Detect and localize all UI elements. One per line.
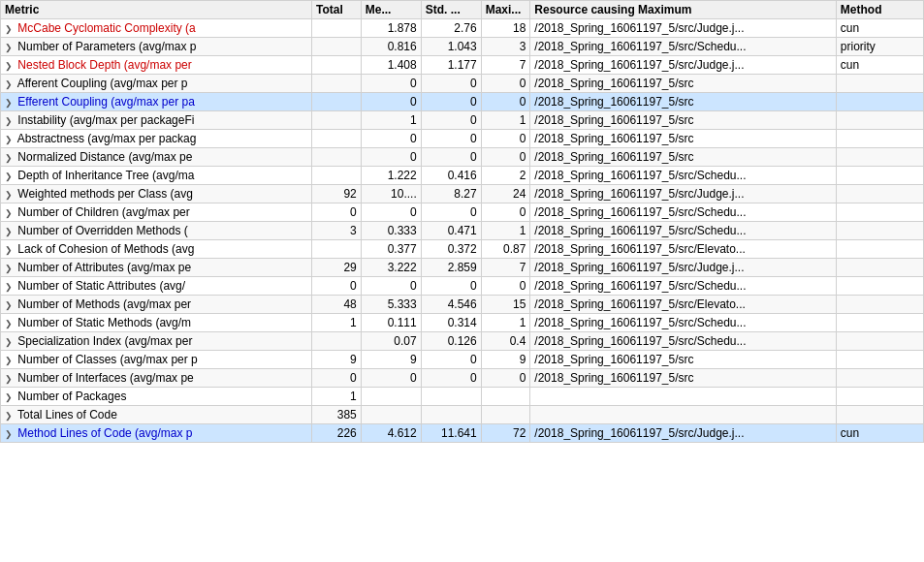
cell-method [836,406,923,424]
cell-metric: ❯ Lack of Cohesion of Methods (avg [1,240,312,259]
cell-std: 0 [421,130,481,148]
chevron-icon: ❯ [5,79,15,89]
col-header-max[interactable]: Maxi... [481,1,530,19]
table-row[interactable]: ❯ Number of Children (avg/max per0000/20… [1,203,924,222]
cell-total: 1 [312,314,362,332]
col-header-std[interactable]: Std. ... [421,1,481,19]
cell-method [836,130,923,148]
table-row[interactable]: ❯ Efferent Coupling (avg/max per pa000/2… [1,93,924,111]
col-header-metric[interactable]: Metric [1,1,312,19]
chevron-icon: ❯ [5,135,15,144]
table-row[interactable]: ❯ Number of Overridden Methods (30.3330.… [1,222,924,240]
cell-total: 226 [312,424,362,443]
col-header-resource[interactable]: Resource causing Maximum [530,1,836,19]
table-row[interactable]: ❯ Total Lines of Code385 [1,406,924,424]
cell-std: 8.27 [421,185,481,203]
table-row[interactable]: ❯ Number of Attributes (avg/max pe293.22… [1,259,924,277]
table-row[interactable]: ❯ Number of Static Attributes (avg/0000/… [1,277,924,296]
chevron-icon: ❯ [5,429,15,439]
table-row[interactable]: ❯ Number of Parameters (avg/max p0.8161.… [1,38,924,56]
chevron-icon: ❯ [5,208,15,218]
table-row[interactable]: ❯ Abstractness (avg/max per packag000/20… [1,130,924,148]
cell-method: cun [836,19,923,38]
cell-total: 0 [312,369,362,388]
chevron-icon: ❯ [5,153,15,163]
cell-resource: /2018_Spring_16061197_5/src/Schedu... [530,167,836,185]
table-row[interactable]: ❯ McCabe Cyclomatic Complexity (a1.8782.… [1,19,924,38]
cell-std: 1.043 [421,38,481,56]
table-row[interactable]: ❯ Method Lines of Code (avg/max p2264.61… [1,424,924,443]
cell-resource: /2018_Spring_16061197_5/src [530,369,836,388]
cell-std: 0 [421,75,481,93]
cell-mean: 1.878 [361,19,421,38]
table-row[interactable]: ❯ Instability (avg/max per packageFi101/… [1,111,924,130]
cell-resource: /2018_Spring_16061197_5/src [530,148,836,167]
metrics-table: Metric Total Me... Std. ... Maxi... Reso… [0,0,924,443]
cell-std: 2.76 [421,19,481,38]
cell-method [836,296,923,314]
table-row[interactable]: ❯ Number of Packages1 [1,388,924,406]
cell-std: 0 [421,148,481,167]
table-row[interactable]: ❯ Number of Classes (avg/max per p9909/2… [1,351,924,369]
cell-metric: ❯ Nested Block Depth (avg/max per [1,56,312,75]
cell-metric: ❯ Weighted methods per Class (avg [1,185,312,203]
cell-method [836,111,923,130]
cell-max: 7 [481,259,530,277]
col-header-total[interactable]: Total [312,1,362,19]
table-row[interactable]: ❯ Normalized Distance (avg/max pe000/201… [1,148,924,167]
table-row[interactable]: ❯ Number of Interfaces (avg/max pe0000/2… [1,369,924,388]
cell-metric: ❯ Specialization Index (avg/max per [1,332,312,351]
cell-mean: 0 [361,203,421,222]
table-row[interactable]: ❯ Specialization Index (avg/max per0.070… [1,332,924,351]
cell-mean: 0 [361,130,421,148]
col-header-mean[interactable]: Me... [361,1,421,19]
cell-total: 3 [312,222,362,240]
cell-max: 15 [481,296,530,314]
table-row[interactable]: ❯ Lack of Cohesion of Methods (avg0.3770… [1,240,924,259]
cell-method [836,351,923,369]
chevron-icon: ❯ [5,264,15,273]
cell-metric: ❯ Abstractness (avg/max per packag [1,130,312,148]
cell-std: 0.126 [421,332,481,351]
cell-max: 0 [481,130,530,148]
cell-std: 2.859 [421,259,481,277]
cell-resource: /2018_Spring_16061197_5/src [530,111,836,130]
table-row[interactable]: ❯ Number of Methods (avg/max per485.3334… [1,296,924,314]
cell-std: 0.416 [421,167,481,185]
cell-metric: ❯ Total Lines of Code [1,406,312,424]
col-header-method[interactable]: Method [836,1,923,19]
chevron-icon: ❯ [5,98,15,108]
cell-metric: ❯ Efferent Coupling (avg/max per pa [1,93,312,111]
cell-max: 72 [481,424,530,443]
cell-total [312,130,362,148]
cell-std: 0 [421,369,481,388]
table-row[interactable]: ❯ Nested Block Depth (avg/max per1.4081.… [1,56,924,75]
cell-method [836,75,923,93]
chevron-icon: ❯ [5,374,15,384]
cell-metric: ❯ Afferent Coupling (avg/max per p [1,75,312,93]
cell-std [421,406,481,424]
cell-max: 24 [481,185,530,203]
cell-metric: ❯ Number of Methods (avg/max per [1,296,312,314]
chevron-icon: ❯ [5,61,15,71]
table-row[interactable]: ❯ Afferent Coupling (avg/max per p000/20… [1,75,924,93]
cell-method [836,388,923,406]
chevron-icon: ❯ [5,411,15,421]
cell-max: 0.4 [481,332,530,351]
cell-total [312,75,362,93]
cell-mean: 0.816 [361,38,421,56]
cell-resource [530,406,836,424]
cell-std: 11.641 [421,424,481,443]
cell-mean: 3.222 [361,259,421,277]
cell-resource: /2018_Spring_16061197_5/src/Judge.j... [530,19,836,38]
table-row[interactable]: ❯ Depth of Inheritance Tree (avg/ma1.222… [1,167,924,185]
cell-resource: /2018_Spring_16061197_5/src [530,93,836,111]
cell-mean: 0 [361,75,421,93]
table-row[interactable]: ❯ Weighted methods per Class (avg9210...… [1,185,924,203]
cell-mean: 1.222 [361,167,421,185]
cell-mean: 0.111 [361,314,421,332]
cell-metric: ❯ Normalized Distance (avg/max pe [1,148,312,167]
table-row[interactable]: ❯ Number of Static Methods (avg/m10.1110… [1,314,924,332]
cell-max: 0 [481,369,530,388]
cell-resource: /2018_Spring_16061197_5/src/Judge.j... [530,56,836,75]
